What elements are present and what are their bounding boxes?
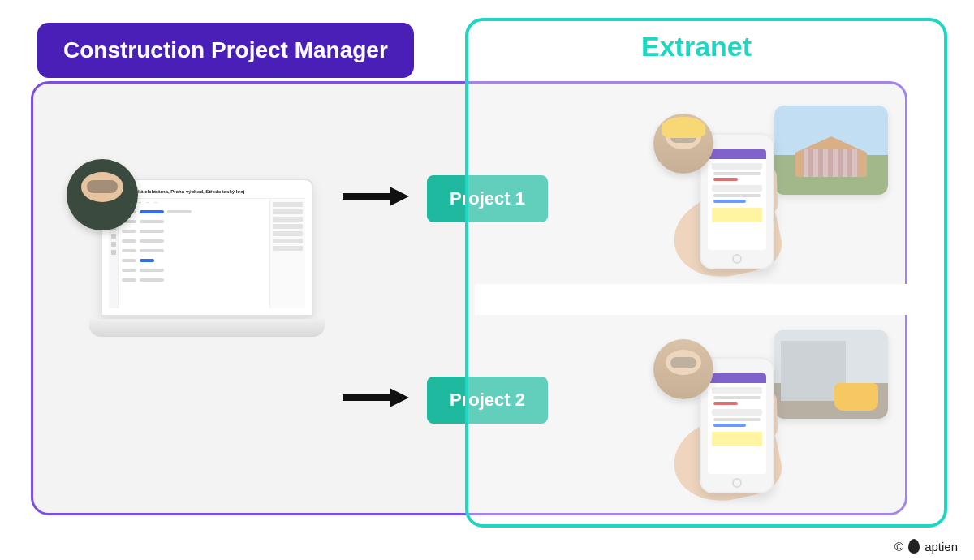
project-1-badge: Project 1 xyxy=(427,175,548,222)
copyright-symbol: © xyxy=(894,540,903,554)
extranet-divider xyxy=(475,284,942,315)
arrow-to-project-1 xyxy=(341,185,409,208)
arrow-to-project-2 xyxy=(341,386,409,409)
header-construction-manager: Construction Project Manager xyxy=(37,23,414,78)
worker-2-avatar xyxy=(653,339,713,399)
footer-attribution: © aptien xyxy=(894,539,958,554)
svg-marker-3 xyxy=(390,388,409,407)
svg-marker-1 xyxy=(390,187,409,206)
worker-1-avatar xyxy=(653,114,713,174)
house-construction-photo xyxy=(774,106,888,195)
industrial-site-photo xyxy=(774,330,888,419)
header-extranet: Extranet xyxy=(641,31,752,62)
manager-avatar xyxy=(67,159,138,230)
brand-name: aptien xyxy=(924,540,958,554)
project-2-badge: Project 2 xyxy=(427,377,548,424)
aptien-logo-icon xyxy=(908,539,920,554)
laptop-app-title: Fotovoltaická elektrárna, Praha-východ, … xyxy=(109,187,305,199)
